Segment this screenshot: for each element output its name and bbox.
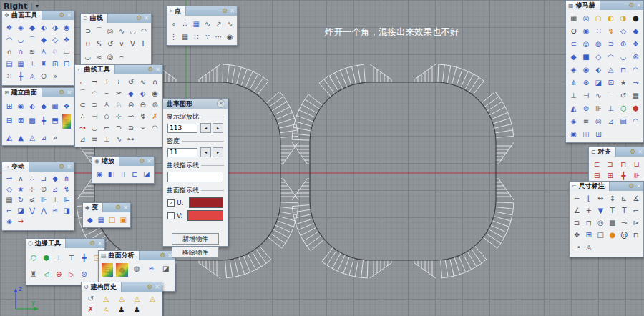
toolbar-curve-tools[interactable]: ⌐曲线工具⚙✕⌐¬⊥≀↺∿∩⌒◠⌢✂◆⬖◉⊂⊃♙♘⊜⊖⊛∴⊣◇⊹⊸↯✗↝◡⌐⊃⊇… (74, 64, 163, 147)
tool-icon[interactable]: ↯ (137, 110, 149, 122)
tool-icon[interactable]: ◪ (159, 262, 173, 275)
tool-icon[interactable]: ∪ (82, 37, 94, 50)
tool-icon[interactable]: ⊔ (630, 158, 644, 169)
tool-icon[interactable]: ❖ (61, 99, 72, 113)
tool-icon[interactable]: ⊂ (77, 99, 89, 110)
tool-icon[interactable]: ◑ (617, 11, 629, 24)
tool-icon[interactable]: ⊛ (149, 99, 161, 110)
tool-icon[interactable]: ⬢ (40, 250, 53, 266)
tool-icon[interactable]: ▯ (117, 167, 129, 180)
tool-icon[interactable]: ⊞ (4, 99, 15, 113)
tool-icon[interactable]: ◫ (580, 127, 592, 140)
tool-icon[interactable]: ⋔ (61, 173, 72, 184)
close-icon[interactable]: ✕ (217, 99, 225, 108)
tool-icon[interactable]: ⊾ (618, 192, 630, 204)
tool-icon[interactable]: ✂ (113, 87, 125, 99)
tool-icon[interactable]: ↺ (83, 293, 99, 304)
tool-icon[interactable]: ⊃ (89, 99, 101, 110)
tool-icon[interactable]: ◆ (26, 21, 38, 34)
toolbar-scale[interactable]: ◉缩放⚙✕◉◧▯⊏◪ (92, 156, 155, 184)
tool-icon[interactable]: ⌢ (101, 87, 113, 99)
close-icon[interactable]: ✕ (67, 88, 72, 97)
tool-icon[interactable]: ∷ (190, 30, 202, 43)
tool-icon[interactable]: ⊕ (52, 266, 65, 282)
close-icon[interactable]: ✕ (636, 1, 641, 10)
tool-icon[interactable]: ⋮ (168, 30, 180, 43)
tool-icon[interactable]: ⊿ (605, 114, 617, 127)
tool-icon[interactable]: ⋔ (567, 76, 580, 89)
tool-icon[interactable]: ∧ (15, 173, 26, 184)
tool-icon[interactable]: ∴ (26, 173, 38, 184)
tool-icon[interactable]: ◠ (89, 87, 101, 99)
tool-icon[interactable]: ⊙ (38, 70, 49, 82)
tool-icon[interactable]: ◆ (38, 34, 49, 46)
tool-icon[interactable]: ⊹ (113, 110, 125, 122)
tool-icon[interactable]: ♟ (114, 304, 130, 315)
tool-icon[interactable]: ◈ (567, 63, 580, 76)
tool-icon[interactable]: ◆ (125, 87, 137, 99)
tool-icon[interactable]: ● (116, 263, 127, 277)
chevron-down-icon[interactable]: ▾ (36, 3, 39, 9)
tool-icon[interactable]: ◐ (605, 11, 617, 24)
tool-icon[interactable]: ◁ (40, 266, 53, 282)
tool-icon[interactable]: ⊤ (65, 250, 78, 266)
tool-icon[interactable]: ◡ (617, 50, 629, 63)
tool-icon[interactable]: ◉ (580, 63, 592, 76)
density-input[interactable] (167, 148, 197, 157)
tool-icon[interactable]: ⊣ (89, 110, 101, 122)
tool-icon[interactable]: ⌊ (583, 192, 595, 204)
tool-icon[interactable]: ⊪ (38, 194, 49, 205)
tool-icon[interactable]: ◎ (104, 24, 116, 37)
tool-icon[interactable]: ≼ (26, 194, 38, 205)
gear-icon[interactable]: ⚙ (59, 88, 64, 97)
tool-icon[interactable]: ⌐ (101, 122, 113, 133)
tool-icon[interactable]: ◇ (592, 50, 605, 63)
tool-icon[interactable]: ⊃ (82, 24, 94, 37)
tool-icon[interactable]: ∴ (180, 17, 191, 30)
tool-icon[interactable]: ◉ (567, 127, 580, 140)
tool-icon[interactable]: ⊞ (49, 58, 61, 70)
tool-icon[interactable]: ◬ (605, 63, 617, 76)
tool-icon[interactable]: ⊡ (61, 58, 72, 70)
tool-icon[interactable]: ◇ (101, 110, 113, 122)
tool-icon[interactable]: ✗ (83, 304, 99, 315)
tool-icon[interactable]: □ (107, 214, 118, 225)
tool-icon[interactable]: ╋ (617, 169, 630, 181)
tool-icon[interactable]: ∠ (571, 204, 583, 217)
tool-icon[interactable]: ╋ (78, 250, 91, 266)
tool-icon[interactable]: ⋯ (213, 30, 225, 43)
tool-icon[interactable]: ◬ (583, 241, 595, 253)
tool-icon[interactable]: ♙ (101, 99, 113, 110)
tool-icon[interactable]: ⬡ (27, 250, 40, 266)
tool-icon[interactable]: S (94, 37, 105, 50)
tool-icon[interactable]: ⊿ (38, 130, 49, 144)
tool-icon[interactable]: ↺ (125, 76, 137, 87)
tool-icon[interactable]: ⊐ (38, 173, 49, 184)
gear-icon[interactable]: ⚙ (89, 239, 95, 248)
tool-icon[interactable]: ♙ (38, 46, 49, 58)
curve-hair-color-swatch[interactable] (167, 172, 223, 182)
tool-icon[interactable]: ◬ (99, 293, 114, 304)
tool-icon[interactable]: ⊠ (15, 113, 26, 127)
display-scale-input[interactable] (167, 124, 197, 133)
tool-icon[interactable]: ∩ (149, 76, 161, 87)
tool-icon[interactable]: ▩ (26, 113, 38, 127)
tool-icon[interactable]: ▦ (15, 58, 26, 70)
tool-icon[interactable]: ▷ (65, 266, 78, 282)
toolbar-history[interactable]: ↺建构历史⚙✕↺◬◬◬◬✗◬♟♟ (81, 282, 162, 316)
tool-icon[interactable]: ↯ (61, 184, 72, 194)
tool-icon[interactable]: ♟ (130, 304, 145, 315)
gear-icon[interactable]: ⚙ (147, 282, 152, 292)
gear-icon[interactable]: ⚙ (147, 65, 153, 74)
tool-icon[interactable]: ⊪ (630, 169, 644, 181)
tool-icon[interactable]: ⊐ (571, 217, 583, 229)
tool-icon[interactable]: ↺ (104, 37, 116, 50)
tool-icon[interactable]: ⊓ (583, 217, 595, 229)
tool-icon[interactable]: ◎ (595, 217, 607, 229)
tool-icon[interactable]: ⬖ (38, 21, 49, 34)
tool-icon[interactable]: ↻ (15, 194, 26, 205)
tool-icon[interactable]: ↝ (77, 122, 89, 133)
tool-icon[interactable]: ⌂ (4, 46, 15, 58)
tool-icon[interactable]: ▩ (607, 217, 619, 229)
tool-icon[interactable]: ⌒ (77, 87, 89, 99)
